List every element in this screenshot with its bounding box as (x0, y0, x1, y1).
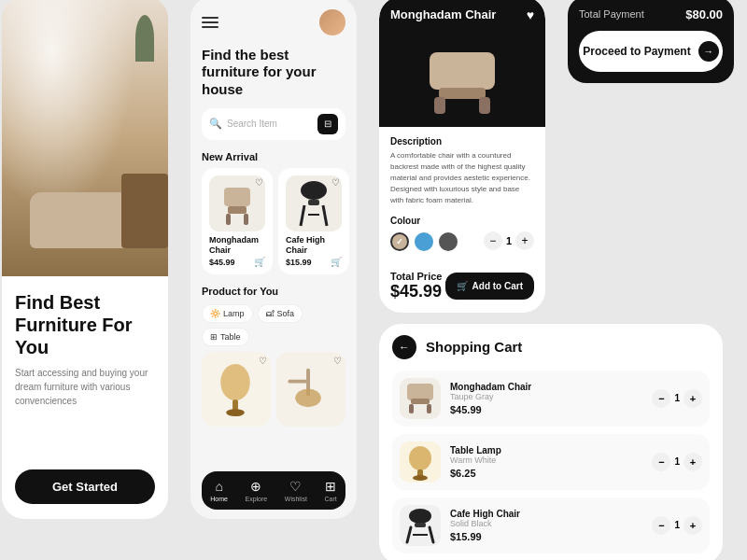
nav-home-label: Home (210, 496, 228, 502)
for-you-grid: ♡ ♡ (190, 352, 357, 432)
hero-subtitle: Start accessing and buying your dream fu… (15, 366, 155, 408)
heart-icon[interactable]: ♡ (333, 356, 342, 366)
cart-title: Shopping Cart (426, 339, 522, 355)
cart-item-name: Table Lamp (450, 445, 642, 455)
cart-icon: ⊞ (325, 479, 336, 494)
wishlist-icon: ♡ (289, 479, 302, 494)
cart-qty-value: 1 (674, 456, 680, 467)
svg-line-29 (430, 527, 433, 542)
svg-rect-16 (439, 88, 486, 99)
detail-header: Monghadam Chair ♥ (379, 0, 545, 34)
nav-wishlist-label: Wishlist (285, 496, 307, 502)
svg-point-11 (226, 410, 245, 417)
cart-item-image (400, 505, 441, 546)
cart-qty-control: − 1 + (652, 389, 702, 408)
colour-label: Colour (390, 216, 534, 226)
cart-item-variant: Taupe Gray (450, 392, 642, 401)
svg-rect-22 (427, 404, 431, 413)
product-detail-image-area (379, 34, 545, 127)
hamburger-menu[interactable] (202, 17, 218, 28)
nav-cart-label: Cart (324, 496, 336, 502)
cart-item-image (400, 378, 441, 419)
colour-taupe[interactable]: ✓ (390, 232, 409, 251)
svg-line-7 (323, 205, 327, 226)
svg-rect-18 (479, 97, 490, 114)
filter-button[interactable]: ⊟ (317, 114, 338, 134)
cart-item-info: Cafe High Chair Solid Black $15.99 (450, 509, 642, 542)
chip-table[interactable]: ⊞ Table (202, 328, 249, 346)
svg-rect-14 (288, 380, 308, 384)
browse-card: Find the best furniture for your house 🔍… (190, 0, 357, 519)
svg-point-23 (409, 446, 431, 470)
cart-qty-decrease[interactable]: − (652, 516, 670, 535)
search-icon: 🔍 (209, 118, 222, 130)
cart-icon: 🛒 (457, 281, 468, 291)
new-arrival-label: New Arrival (190, 147, 357, 168)
home-icon: ⌂ (215, 479, 222, 494)
svg-rect-1 (228, 206, 247, 214)
cart-item-price: $6.25 (450, 468, 642, 479)
svg-rect-2 (226, 214, 231, 225)
heart-icon[interactable]: ♡ (259, 356, 267, 366)
svg-rect-19 (407, 384, 433, 400)
cart-item-name: Cafe High Chair (450, 509, 642, 519)
wishlist-button[interactable]: ♥ (527, 7, 534, 22)
svg-rect-15 (430, 52, 495, 90)
nav-home[interactable]: ⌂ Home (210, 479, 228, 502)
cart-qty-increase[interactable]: + (684, 516, 702, 535)
product-card-cafe[interactable]: ♡ Cafe High Chair $15.99 🛒 (278, 168, 349, 275)
colour-blue[interactable] (415, 232, 433, 251)
svg-rect-0 (224, 188, 250, 206)
product-card-monghadam[interactable]: ♡ Monghadam Chair $45.99 🛒 (202, 168, 273, 275)
chip-lamp[interactable]: 🔆 Lamp (202, 304, 253, 323)
nav-wishlist[interactable]: ♡ Wishlist (285, 479, 307, 502)
payment-summary-row: Total Payment $80.00 (579, 7, 723, 21)
product-title: Monghadam Chair (390, 7, 527, 21)
nav-explore[interactable]: ⊕ Explore (246, 479, 268, 502)
product-name: Cafe High Chair (286, 235, 342, 256)
svg-line-28 (407, 527, 411, 542)
cart-qty-decrease[interactable]: − (652, 453, 670, 471)
quantity-increase[interactable]: + (515, 231, 534, 250)
cart-qty-value: 1 (674, 393, 680, 403)
nav-cart[interactable]: ⊞ Cart (324, 479, 336, 502)
chair-image (215, 180, 260, 227)
user-avatar[interactable] (319, 9, 345, 35)
search-input[interactable]: Search Item (227, 119, 313, 129)
sconce-image (284, 359, 336, 419)
hero-title: Find Best Furniture For You (15, 291, 155, 358)
back-button[interactable]: ← (392, 335, 416, 359)
new-arrival-grid: ♡ Monghadam Chair $45.99 🛒 ♡ (190, 168, 357, 283)
quantity-value: 1 (506, 235, 512, 246)
svg-point-26 (409, 509, 431, 524)
colour-dark[interactable] (439, 232, 458, 251)
cart-item-price: $15.99 (450, 531, 642, 542)
cafe-chair-image (295, 179, 332, 228)
cart-qty-increase[interactable]: + (684, 453, 702, 471)
quantity-decrease[interactable]: − (484, 231, 502, 250)
proceed-to-payment-button[interactable]: Proceed to Payment → (579, 31, 723, 72)
svg-rect-5 (308, 200, 319, 205)
svg-rect-21 (409, 404, 414, 413)
get-started-button[interactable]: Get Started (15, 469, 155, 504)
cart-items-list: Monghadam Chair Taupe Gray $45.99 − 1 + (392, 371, 710, 553)
payment-label: Total Payment (579, 8, 644, 20)
heart-icon[interactable]: ♡ (331, 177, 340, 188)
hero-image (2, 0, 168, 276)
product-description: A comfortable chair with a countured bac… (390, 150, 534, 206)
add-to-cart-label: Add to Cart (472, 281, 523, 291)
heart-icon[interactable]: ♡ (255, 177, 263, 188)
cart-qty-increase[interactable]: + (684, 389, 702, 408)
cart-item-image (400, 441, 441, 483)
cart-header: ← Shopping Cart (392, 335, 710, 359)
cart-qty-decrease[interactable]: − (652, 389, 670, 408)
cart-item: Cafe High Chair Solid Black $15.99 − 1 + (392, 497, 710, 553)
sconce-card[interactable]: ♡ (276, 352, 345, 427)
proceed-label: Proceed to Payment (583, 45, 690, 58)
add-cart-icon[interactable]: 🛒 (331, 257, 342, 267)
chip-sofa[interactable]: 🛋 Sofa (258, 304, 303, 323)
add-to-cart-button[interactable]: 🛒 Add to Cart (445, 273, 534, 300)
nav-explore-label: Explore (246, 496, 268, 502)
add-cart-icon[interactable]: 🛒 (254, 257, 265, 267)
lamp-card[interactable]: ♡ (202, 352, 271, 427)
